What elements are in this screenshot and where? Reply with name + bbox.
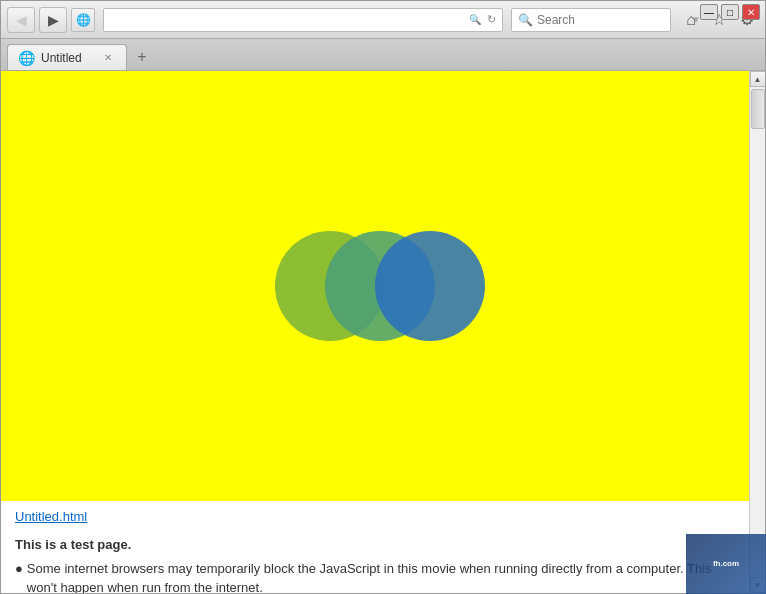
- tab-close-button[interactable]: ✕: [100, 50, 116, 66]
- page-icon-button[interactable]: 🌐: [71, 8, 95, 32]
- window-controls: — □ ✕: [700, 4, 760, 20]
- address-input[interactable]: [110, 13, 465, 27]
- page-title-text: This is a test page.: [15, 535, 735, 555]
- search-input[interactable]: [537, 13, 687, 27]
- close-button[interactable]: ✕: [742, 4, 760, 20]
- scroll-up-button[interactable]: ▲: [750, 71, 766, 87]
- browser-toolbar: ◀ ▶ 🌐 🔍 ↻ 🔍 ▼ ⌂ ☆ ⚙: [1, 1, 765, 39]
- vertical-scrollbar: ▲ ▼: [749, 71, 765, 593]
- scroll-thumb[interactable]: [751, 89, 765, 129]
- browser-tab[interactable]: 🌐 Untitled ✕: [7, 44, 127, 70]
- address-search-icon[interactable]: 🔍: [469, 14, 481, 25]
- tab-title: Untitled: [41, 51, 94, 65]
- forward-button[interactable]: ▶: [39, 7, 67, 33]
- scroll-track[interactable]: [750, 87, 765, 577]
- search-bar: 🔍 ▼: [511, 8, 671, 32]
- scroll-down-button[interactable]: ▼: [750, 577, 766, 593]
- flash-frame: [1, 71, 749, 501]
- maximize-button[interactable]: □: [721, 4, 739, 20]
- new-tab-button[interactable]: +: [129, 44, 155, 70]
- tab-favicon: 🌐: [18, 50, 35, 66]
- back-button[interactable]: ◀: [7, 7, 35, 33]
- search-icon: 🔍: [518, 13, 533, 27]
- tab-bar: 🌐 Untitled ✕ +: [1, 39, 765, 71]
- circles-container: [265, 216, 485, 356]
- main-area: Untitled.html This is a test page. ● Som…: [1, 71, 765, 593]
- bullet-icon-1: ●: [15, 559, 23, 594]
- link-container: Untitled.html: [1, 501, 749, 527]
- address-refresh-icon[interactable]: ↻: [487, 13, 496, 26]
- bullet-item-1: ● Some internet browsers may temporarily…: [15, 559, 735, 594]
- minimize-button[interactable]: —: [700, 4, 718, 20]
- content-area: Untitled.html This is a test page. ● Som…: [1, 71, 749, 593]
- bullet-text-1: Some internet browsers may temporarily b…: [27, 559, 735, 594]
- text-content: This is a test page. ● Some internet bro…: [1, 527, 749, 593]
- address-bar: 🔍 ↻: [103, 8, 503, 32]
- page-link[interactable]: Untitled.html: [15, 509, 87, 524]
- circle-right: [375, 231, 485, 341]
